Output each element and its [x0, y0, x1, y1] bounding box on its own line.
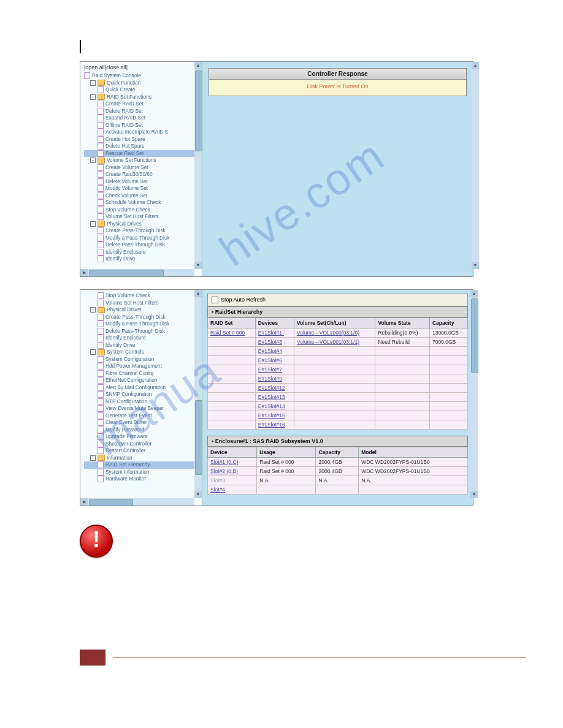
- collapse-icon[interactable]: −: [90, 455, 96, 461]
- tree-item[interactable]: Modify a Pass-Through Disk: [84, 320, 199, 328]
- tree-item[interactable]: Identify Enclosure: [84, 249, 199, 256]
- tree-item[interactable]: Fibre Channel Config: [84, 370, 199, 377]
- tree-item[interactable]: Modify a Pass-Through Disk: [84, 235, 199, 242]
- scroll-right-icon[interactable]: ▶: [80, 498, 88, 506]
- tree-item[interactable]: Schedule Volume Check: [84, 199, 199, 207]
- hscroll-thumb[interactable]: [89, 270, 164, 277]
- scroll-up-icon[interactable]: ▲: [470, 290, 478, 297]
- tree-item[interactable]: Quick Create: [84, 86, 199, 94]
- tree-item[interactable]: Generate Test Event: [84, 412, 199, 420]
- tree-root[interactable]: Raid System Console: [92, 72, 141, 80]
- scroll-thumb[interactable]: [195, 400, 202, 475]
- vol-link[interactable]: Volume---VOL#000(03:1/0): [297, 330, 359, 336]
- tree-item[interactable]: Hdd Power Management: [84, 363, 199, 370]
- hscroll-thumb[interactable]: [89, 499, 133, 506]
- tree-item[interactable]: View Events/Mute Beeper: [84, 405, 199, 412]
- tree-item[interactable]: Create Hot Spare: [84, 136, 199, 143]
- tree-item[interactable]: SNMP Configuration: [84, 391, 199, 398]
- tree-item[interactable]: Rescue Raid Set: [84, 150, 199, 157]
- collapse-icon[interactable]: −: [90, 221, 96, 227]
- nav-tree[interactable]: Stop Volume CheckVolume Set Host Filters…: [80, 290, 202, 506]
- device-link[interactable]: E#1Slot#15: [258, 412, 285, 419]
- tree-item[interactable]: Create Raid30/50/60: [84, 171, 199, 178]
- tree-item[interactable]: Restart Controller: [84, 447, 199, 455]
- tree-item[interactable]: RAID Set Hierarchy: [84, 461, 199, 469]
- tree-folder[interactable]: −Physical Drives: [84, 306, 199, 314]
- tree-item[interactable]: EtherNet Configuration: [84, 377, 199, 384]
- tree-item[interactable]: Shutdown Controller: [84, 441, 199, 448]
- tree-item[interactable]: Identify Enclosure: [84, 335, 199, 342]
- stop-auto-refresh-row[interactable]: Stop Auto Refresh: [207, 294, 468, 306]
- tree-item[interactable]: Create Pass-Through Disk: [84, 227, 199, 235]
- tree-item[interactable]: Identify Drive: [84, 256, 199, 263]
- hscroll[interactable]: ◀ ▶: [80, 498, 194, 506]
- collapse-icon[interactable]: −: [90, 349, 96, 355]
- tree-item[interactable]: Alert By Mail Configuration: [84, 384, 199, 392]
- scroll-right-icon[interactable]: ▶: [80, 269, 88, 276]
- tree-item[interactable]: Delete RAID Set: [84, 108, 199, 115]
- tree-folder[interactable]: −RAID Set Functions: [84, 94, 199, 101]
- scroll-up-icon[interactable]: ▲: [194, 290, 202, 297]
- tree-item[interactable]: Clear Event Buffer: [84, 419, 199, 427]
- tree-item[interactable]: Upgrade Firmware: [84, 433, 199, 441]
- tree-item[interactable]: Volume Set Host Filters: [84, 300, 199, 307]
- scroll-thumb[interactable]: [195, 70, 202, 151]
- tree-item[interactable]: Offline RAID Set: [84, 122, 199, 129]
- device-link[interactable]: E#1Slot#3: [258, 339, 282, 345]
- tree-item[interactable]: Delete Hot Spare: [84, 143, 199, 150]
- tree-folder[interactable]: −System Controls: [84, 349, 199, 356]
- tree-item[interactable]: Stop Volume Check: [84, 207, 199, 214]
- tree-folder[interactable]: −Physical Drives: [84, 221, 199, 228]
- device-link[interactable]: E#1Slot#4: [258, 348, 282, 354]
- nav-tree[interactable]: |open all|close all| Raid System Console…: [80, 62, 202, 276]
- hscroll[interactable]: ◀ ▶: [80, 269, 194, 276]
- tree-item[interactable]: Create Volume Set: [84, 164, 199, 172]
- tree-item[interactable]: NTP Configuration: [84, 398, 199, 406]
- tree-item[interactable]: Volume Set Host Filters: [84, 213, 199, 221]
- content-vscroll[interactable]: ▲ ▼: [472, 62, 479, 269]
- tree-item[interactable]: Modify Password: [84, 427, 199, 434]
- collapse-icon[interactable]: −: [90, 80, 96, 86]
- tree-folder[interactable]: −Information: [84, 455, 199, 462]
- tree-folder[interactable]: −Quick Function: [84, 80, 199, 87]
- tree-item[interactable]: Stop Volume Check: [84, 292, 199, 300]
- device-link[interactable]: E#1Slot#6: [258, 357, 282, 363]
- device-link[interactable]: E#1Slot#14: [258, 403, 285, 409]
- scroll-thumb[interactable]: [471, 298, 478, 373]
- raid-link[interactable]: Raid Set # 000: [210, 330, 245, 336]
- tree-item[interactable]: Create Pass-Through Disk: [84, 314, 199, 321]
- scroll-down-icon[interactable]: ▼: [194, 491, 202, 498]
- device-link[interactable]: Slot#1 (0:C): [210, 459, 238, 465]
- scroll-up-icon[interactable]: ▲: [194, 62, 202, 69]
- scroll-down-icon[interactable]: ▼: [470, 491, 478, 498]
- tree-item[interactable]: Hardware Monitor: [84, 476, 199, 483]
- device-link[interactable]: E#1Slot#16: [258, 422, 285, 428]
- vscroll[interactable]: ▲ ▼: [194, 290, 202, 498]
- tree-folder[interactable]: −Volume Set Functions: [84, 157, 199, 164]
- scroll-down-icon[interactable]: ▼: [472, 262, 479, 269]
- device-link[interactable]: Slot#2 (0:B): [210, 468, 238, 474]
- collapse-icon[interactable]: −: [90, 307, 96, 313]
- checkbox-icon[interactable]: [212, 297, 218, 303]
- collapse-icon[interactable]: −: [90, 94, 96, 100]
- vol-link[interactable]: Volume---VOL#001(03:1/1): [297, 339, 359, 345]
- collapse-icon[interactable]: −: [90, 157, 96, 163]
- scroll-down-icon[interactable]: ▼: [194, 262, 202, 269]
- tree-item[interactable]: Delete Pass-Through Disk: [84, 328, 199, 335]
- scroll-up-icon[interactable]: ▲: [472, 62, 479, 69]
- device-link[interactable]: E#1Slot#1-: [258, 330, 284, 336]
- tree-item[interactable]: Create RAID Set: [84, 100, 199, 108]
- device-link[interactable]: Slot#4: [210, 487, 225, 493]
- tree-item[interactable]: System Configuration: [84, 356, 199, 363]
- tree-item[interactable]: Identify Drive: [84, 342, 199, 349]
- tree-item[interactable]: Delete Pass-Through Disk: [84, 241, 199, 249]
- tree-item[interactable]: Expand RAID Set: [84, 115, 199, 122]
- tree-item[interactable]: Activate Incomplete RAID S: [84, 129, 199, 136]
- device-link[interactable]: E#1Slot#7: [258, 366, 282, 373]
- tree-item[interactable]: Delete Volume Set: [84, 178, 199, 186]
- device-link[interactable]: E#1Slot#12: [258, 385, 285, 391]
- tree-item[interactable]: Check Volume Set: [84, 192, 199, 200]
- tree-toggle-links[interactable]: |open all|close all|: [84, 64, 199, 70]
- device-link[interactable]: E#1Slot#13: [258, 394, 285, 400]
- tree-item[interactable]: System Information: [84, 469, 199, 476]
